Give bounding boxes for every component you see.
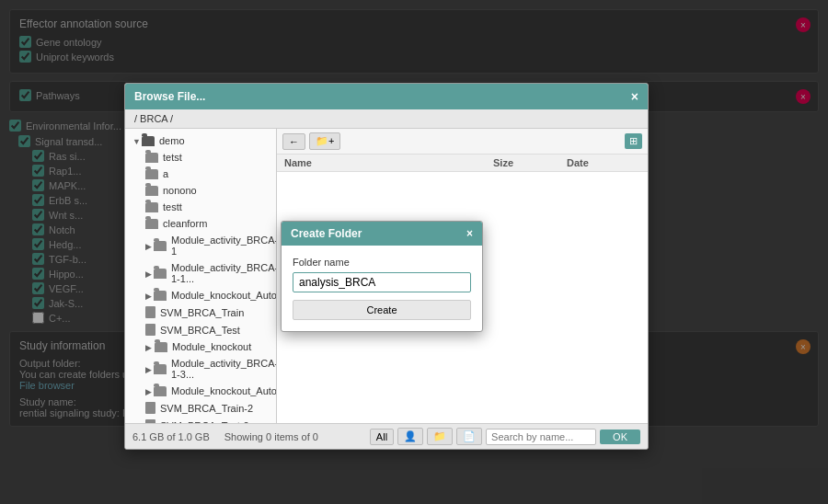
- list-item[interactable]: SVM_BRCA_Train-2: [125, 399, 276, 417]
- folder-icon: [142, 136, 155, 146]
- folder-name-input[interactable]: [293, 272, 471, 292]
- list-item[interactable]: ▶ Module_activity_BRCA-1-3...: [125, 355, 276, 383]
- list-item[interactable]: ▶ Module_knockout_Auto_KC...: [125, 287, 276, 304]
- user-filter-button[interactable]: 👤: [397, 428, 423, 445]
- list-item[interactable]: nonono: [125, 182, 276, 199]
- file-icon: [145, 419, 155, 423]
- list-item[interactable]: ▼ demo: [125, 132, 276, 149]
- folder-name-label: Folder name: [293, 257, 471, 268]
- file-icon: [145, 306, 155, 318]
- list-item[interactable]: SVM_BRCA_Test-2: [125, 417, 276, 423]
- new-folder-button[interactable]: 📁+: [309, 132, 340, 150]
- folder-icon: [145, 153, 158, 163]
- col-name-header: Name: [284, 157, 493, 168]
- tree-arrow-icon: ▶: [145, 387, 152, 395]
- grid-view-button[interactable]: ⊞: [625, 133, 642, 149]
- folder-filter-button[interactable]: 📁: [427, 428, 453, 445]
- folder-icon: [145, 219, 158, 229]
- back-button[interactable]: ←: [282, 133, 305, 150]
- folder-icon: [154, 241, 167, 251]
- list-item[interactable]: ▶ Module_activity_BRCA-1-1...: [125, 259, 276, 287]
- search-input[interactable]: [486, 429, 596, 445]
- showing-info: Showing 0 items of 0: [224, 431, 318, 442]
- folder-icon: [154, 291, 167, 301]
- list-item[interactable]: a: [125, 166, 276, 182]
- tree-arrow-icon: ▶: [145, 242, 152, 249]
- folder-icon: [145, 186, 158, 196]
- folder-icon: [155, 342, 167, 352]
- file-icon: [145, 324, 155, 336]
- tree-arrow-icon: ▶: [145, 269, 152, 277]
- list-item[interactable]: testt: [125, 199, 276, 215]
- footer-right: All 👤 📁 📄 OK: [370, 428, 640, 445]
- list-item[interactable]: ▶ Module_knockout: [125, 338, 276, 355]
- tree-arrow-icon: ▶: [145, 343, 153, 350]
- tree-arrow-icon: ▶: [145, 292, 152, 299]
- file-table-header: Name Size Date: [277, 155, 648, 172]
- file-filter-button[interactable]: 📄: [456, 428, 482, 445]
- col-size-header: Size: [493, 157, 567, 168]
- folder-icon: [154, 269, 167, 279]
- modal-footer: 6.1 GB of 1.0 GB Showing 0 items of 0 Al…: [125, 423, 648, 449]
- folder-icon: [145, 202, 158, 212]
- storage-info: 6.1 GB of 1.0 GB: [132, 431, 210, 442]
- folder-icon: [154, 364, 167, 374]
- folder-filter-icon: 📁: [433, 430, 446, 441]
- folder-icon: [145, 169, 158, 179]
- create-folder-modal: Create Folder × Folder name Create: [281, 221, 483, 332]
- create-folder-close-btn[interactable]: ×: [466, 227, 473, 240]
- user-icon: 👤: [404, 430, 417, 441]
- ok-button[interactable]: OK: [600, 430, 640, 444]
- list-item[interactable]: cleanform: [125, 215, 276, 232]
- breadcrumb: / BRCA /: [125, 109, 648, 129]
- browse-modal-header: Browse File... ×: [125, 84, 648, 109]
- list-item[interactable]: ▶ Module_knockout_Auto_KO...: [125, 383, 276, 399]
- file-toolbar: ← 📁+ ⊞: [277, 129, 648, 155]
- col-date-header: Date: [567, 157, 640, 168]
- folder-plus-icon: 📁+: [316, 135, 334, 146]
- create-folder-body: Folder name Create: [282, 246, 482, 331]
- create-button[interactable]: Create: [293, 300, 471, 320]
- create-folder-title: Create Folder: [291, 227, 362, 240]
- file-sidebar: ▼ demo tetst a nonono testt: [125, 129, 277, 423]
- file-icon: [145, 402, 155, 414]
- browse-modal-title: Browse File...: [134, 90, 205, 103]
- list-item[interactable]: tetst: [125, 149, 276, 166]
- browse-modal-close-btn[interactable]: ×: [631, 89, 638, 104]
- grid-icon: ⊞: [629, 135, 638, 146]
- tree-arrow-icon: ▼: [132, 137, 140, 144]
- file-filter-icon: 📄: [463, 430, 476, 441]
- create-folder-header: Create Folder ×: [282, 222, 482, 246]
- list-item[interactable]: SVM_BRCA_Train: [125, 304, 276, 321]
- tree-arrow-icon: ▶: [145, 365, 152, 372]
- all-filter-button[interactable]: All: [370, 429, 394, 445]
- list-item[interactable]: SVM_BRCA_Test: [125, 321, 276, 338]
- folder-icon: [154, 386, 167, 396]
- list-item[interactable]: ▶ Module_activity_BRCA-1: [125, 232, 276, 259]
